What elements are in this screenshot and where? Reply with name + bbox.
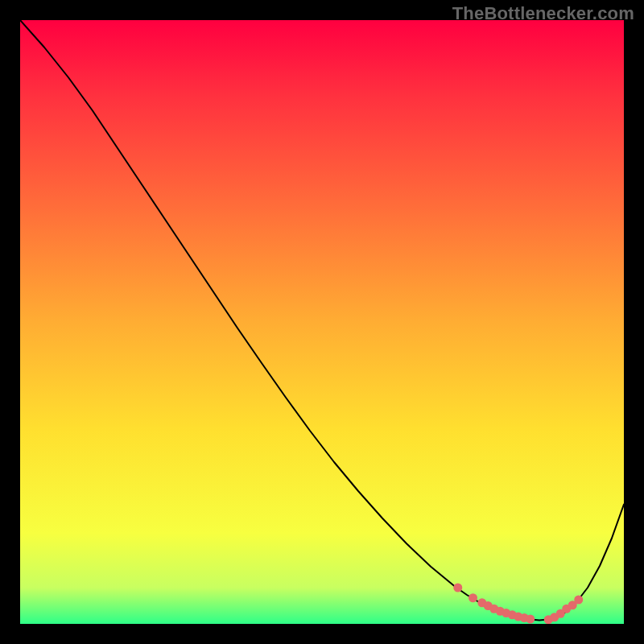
optimal-point: [469, 593, 477, 602]
optimal-point: [574, 596, 583, 605]
watermark-text: TheBottlenecker.com: [452, 3, 634, 24]
optimal-point: [453, 584, 462, 592]
chart-plot-area: [20, 20, 624, 624]
optimal-point: [526, 615, 535, 624]
chart-svg: [20, 20, 624, 624]
gradient-bg: [20, 20, 624, 624]
